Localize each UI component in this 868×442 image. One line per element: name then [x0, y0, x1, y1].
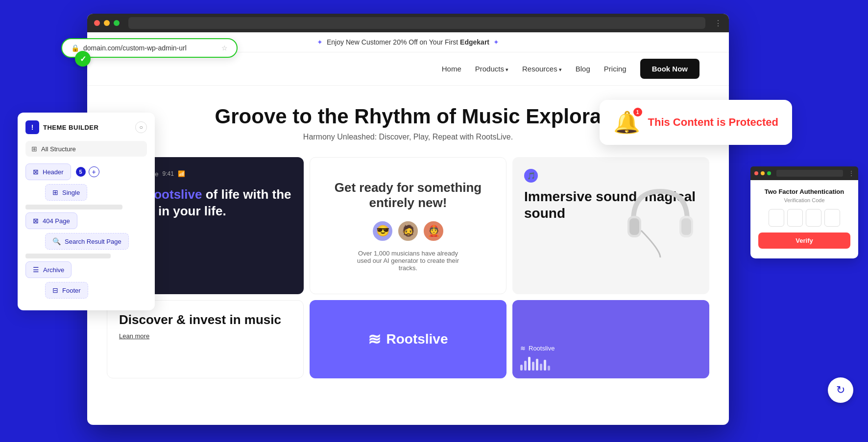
maximize-window-dot[interactable] — [114, 20, 120, 26]
theme-title: THEME BUILDER — [43, 124, 98, 131]
green-check-icon: ✓ — [75, 51, 91, 67]
archive-icon: ☰ — [33, 266, 39, 274]
svg-rect-3 — [681, 218, 691, 235]
woman-card-brand: ≋ Rootslive — [520, 345, 701, 352]
notification-badge: 1 — [633, 108, 642, 116]
twofa-input-2[interactable] — [787, 209, 803, 227]
twofa-menu-icon: ⋮ — [848, 170, 854, 177]
sidebar-item-archive-row: ☰ Archive — [25, 261, 147, 278]
sidebar-item-archive[interactable]: ☰ Archive — [25, 261, 72, 278]
book-now-button[interactable]: Book Now — [640, 59, 699, 79]
browser-menu-icon[interactable]: ⋮ — [714, 19, 722, 28]
all-structure-row[interactable]: ⊞ All Structure — [25, 141, 147, 157]
bell-container: 🔔 1 — [613, 110, 640, 135]
footer-label: Footer — [62, 287, 81, 294]
twofa-minimize-dot[interactable] — [761, 171, 765, 175]
cards-grid-bottom: Discover & invest in music Lean more ≋ R… — [87, 300, 729, 388]
headphones-card: 🎵 Immersive sound, magical sound — [512, 157, 709, 294]
headphones-image — [611, 167, 709, 275]
woman-card: ≋ Rootslive — [512, 300, 709, 378]
footer-icon: ⊟ — [52, 286, 58, 294]
invest-title: Discover & invest in music — [119, 312, 291, 327]
header-label: Header — [43, 168, 64, 176]
close-window-dot[interactable] — [94, 20, 100, 26]
sidebar-spacer-2 — [25, 254, 111, 258]
nav-link-resources[interactable]: Resources — [522, 65, 562, 73]
sidebar-item-footer[interactable]: ⊟ Footer — [45, 282, 88, 299]
single-label: Single — [62, 189, 80, 196]
avatar-1: 😎 — [372, 220, 393, 242]
twofa-input-1[interactable] — [769, 209, 784, 227]
twofa-verify-button[interactable]: Verify — [758, 233, 850, 249]
avatar-3: 👲 — [423, 220, 444, 242]
theme-builder-sidebar: ! THEME BUILDER ○ ⊞ All Structure ⊠ Head… — [18, 113, 155, 310]
single-icon: ⊞ — [52, 188, 58, 196]
spark-icon-right: ✦ — [493, 38, 499, 46]
sidebar-spacer-1 — [25, 205, 122, 209]
main-browser-window: ⋮ ✦ Enjoy New Customer 20% Off on Your F… — [87, 14, 729, 425]
nav-link-products[interactable]: Products — [475, 65, 508, 73]
twofa-code-inputs — [758, 209, 850, 227]
wave-icon: ≋ — [368, 330, 381, 349]
header-add-button[interactable]: + — [89, 166, 99, 177]
nav-link-blog[interactable]: Blog — [576, 65, 590, 73]
url-bar-overlay: 🔒 domain.com/custom-wp-admin-url ☆ ✓ — [61, 38, 238, 58]
cards-grid-top: Rootslive 9:41 📶 The Rootslive of life w… — [87, 151, 729, 300]
wave-bars — [520, 356, 701, 371]
twofa-input-4[interactable] — [824, 209, 840, 227]
theme-collapse-button[interactable]: ○ — [135, 121, 147, 133]
card-signals: 📶 — [178, 170, 185, 177]
twofa-maximize-dot[interactable] — [767, 171, 771, 175]
announcement-text: Enjoy New Customer 20% Off on Your First — [327, 38, 460, 46]
theme-header: ! THEME BUILDER ○ — [25, 120, 147, 134]
nav-link-home[interactable]: Home — [442, 65, 461, 73]
sidebar-item-header-row: ⊠ Header 5 + — [25, 163, 147, 180]
spark-icon-left: ✦ — [317, 38, 323, 46]
header-icon: ⊠ — [33, 168, 39, 176]
card-light-title: Get ready for something entirely new! — [324, 180, 492, 210]
sidebar-item-404-row: ⊠ 404 Page — [25, 212, 147, 229]
sidebar-item-single[interactable]: ⊞ Single — [45, 184, 87, 201]
url-text: domain.com/custom-wp-admin-url — [83, 44, 187, 52]
twofa-window: ⋮ Two Factor Authentication Verification… — [750, 166, 858, 258]
announcement-brand: Edgekart — [460, 38, 489, 46]
card-headphones-icon: 🎵 — [524, 169, 538, 183]
sidebar-item-search-row: 🔍 Search Result Page — [45, 233, 147, 250]
sidebar-item-404[interactable]: ⊠ 404 Page — [25, 212, 77, 229]
invest-link[interactable]: Lean more — [119, 332, 149, 340]
twofa-close-dot[interactable] — [754, 171, 758, 175]
browser-titlebar: ⋮ — [87, 14, 729, 32]
svg-rect-1 — [629, 218, 639, 235]
lock-icon: 🔒 — [71, 44, 79, 52]
all-structure-icon: ⊞ — [31, 145, 37, 153]
404-label: 404 Page — [43, 217, 70, 225]
woman-brand-text: Rootslive — [529, 345, 555, 352]
sidebar-item-header[interactable]: ⊠ Header — [25, 163, 71, 180]
avatar-2: 🧔 — [397, 220, 419, 242]
nav-links: Home Products Resources Blog Pricing Boo… — [442, 59, 699, 79]
twofa-addressbar — [776, 170, 843, 177]
search-icon: 🔍 — [52, 237, 61, 245]
minimize-window-dot[interactable] — [104, 20, 110, 26]
protected-text: This Content is Protected — [648, 116, 778, 129]
music-light-card: Get ready for something entirely new! 😎 … — [310, 157, 506, 294]
sidebar-item-footer-row: ⊟ Footer — [45, 282, 147, 299]
rootslive-logo-card: ≋ Rootslive — [310, 300, 506, 378]
avatar-row: 😎 🧔 👲 — [372, 220, 444, 242]
wave-small-icon: ≋ — [520, 345, 526, 352]
404-icon: ⊠ — [33, 217, 39, 225]
refresh-button[interactable]: ↻ — [828, 377, 853, 403]
sidebar-item-search[interactable]: 🔍 Search Result Page — [45, 233, 129, 250]
nav-link-pricing[interactable]: Pricing — [604, 65, 627, 73]
twofa-input-3[interactable] — [806, 209, 821, 227]
archive-label: Archive — [43, 266, 64, 274]
invest-card: Discover & invest in music Lean more — [107, 300, 304, 378]
all-structure-label: All Structure — [41, 145, 76, 153]
sidebar-item-single-row: ⊞ Single — [45, 184, 147, 201]
twofa-titlebar: ⋮ — [750, 166, 858, 180]
twofa-title: Two Factor Authentication — [758, 188, 850, 195]
header-badge: 5 — [76, 167, 86, 177]
browser-internal-addressbar — [128, 17, 705, 29]
twofa-subtitle: Verification Code — [758, 197, 850, 203]
protected-content-popup: 🔔 1 This Content is Protected — [600, 100, 792, 145]
